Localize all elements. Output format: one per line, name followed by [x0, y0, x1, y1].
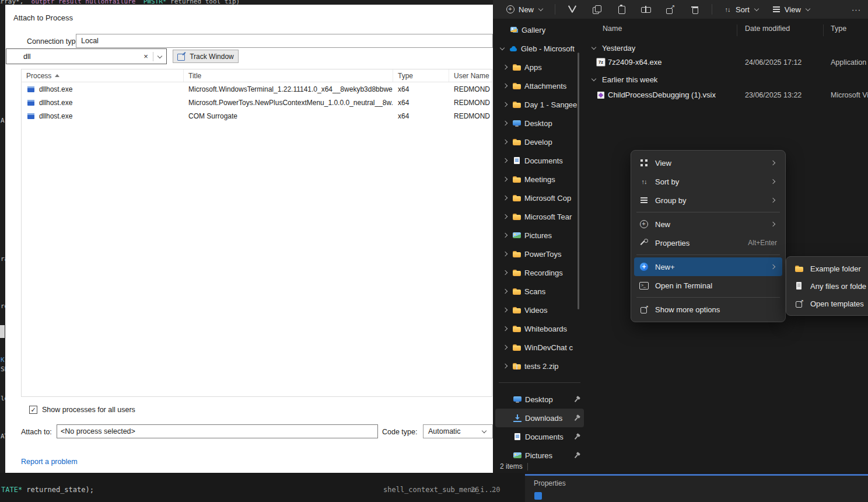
chevron-right-icon[interactable] [502, 325, 509, 332]
track-window-button[interactable]: Track Window [173, 50, 239, 63]
submenu-item-any-files[interactable]: Any files or folde [789, 277, 868, 295]
menu-item-sort-by[interactable]: ↑↓ Sort by [634, 172, 782, 191]
properties-icon [534, 492, 542, 500]
column-header-title[interactable]: Title [184, 69, 393, 82]
pin-icon [573, 432, 582, 441]
file-row[interactable]: ChildProcessDebugging (1).vsix 23/06/202… [586, 88, 868, 103]
chevron-right-icon[interactable] [502, 138, 509, 145]
sidebar-item-documents[interactable]: Documents [495, 151, 584, 170]
process-row[interactable]: dllhost.exe COM Surrogate x64 REDMOND [22, 109, 492, 123]
sidebar-item-apps[interactable]: Apps [495, 58, 584, 76]
sidebar-item-day1[interactable]: Day 1 - Sangee [495, 95, 584, 114]
column-header-name[interactable]: Name [603, 25, 622, 33]
sidebar-item-microsoft-tear[interactable]: Microsoft Tear [495, 207, 584, 226]
folder-icon [512, 175, 522, 184]
chevron-down-icon[interactable] [499, 45, 506, 52]
chevron-right-icon[interactable] [502, 157, 509, 164]
sidebar-item-scans[interactable]: Scans [495, 282, 584, 301]
delete-button[interactable] [682, 2, 707, 17]
column-header-process[interactable]: Process [22, 69, 184, 82]
menu-item-group-by[interactable]: Group by [634, 191, 782, 210]
chevron-right-icon[interactable] [502, 269, 509, 276]
chevron-right-icon[interactable] [502, 194, 509, 201]
submenu-item-example-folder[interactable]: Example folder [789, 260, 868, 277]
process-row[interactable]: dllhost.exe Microsoft.WindowsTerminal_1.… [22, 82, 492, 96]
sidebar-item-windevchat[interactable]: WinDevChat c [495, 338, 584, 357]
chevron-right-icon[interactable] [502, 306, 509, 313]
sidebar-item-desktop-pinned[interactable]: Desktop [495, 390, 584, 409]
sidebar-item-videos[interactable]: Videos [495, 301, 584, 319]
paste-button[interactable] [609, 2, 634, 17]
column-header-type[interactable]: Type [393, 69, 449, 82]
clear-filter-icon[interactable]: × [139, 52, 153, 61]
sidebar-item-pictures-pinned[interactable]: Pictures [495, 446, 584, 460]
group-header-earlier-this-week[interactable]: Earlier this week [590, 72, 657, 86]
chevron-right-icon[interactable] [502, 82, 509, 89]
chevron-down-icon[interactable] [590, 44, 597, 51]
chevron-right-icon[interactable] [502, 120, 509, 127]
sidebar-item-attachments[interactable]: Attachments [495, 76, 584, 95]
rename-button[interactable] [634, 2, 658, 17]
sort-button[interactable]: ↑↓ Sort [717, 2, 766, 17]
new-button[interactable]: + New [500, 2, 550, 17]
file-row[interactable]: 7z 7z2409-x64.exe 24/06/2025 17:12 Appli… [586, 55, 868, 70]
process-filter-input[interactable]: dll × [6, 48, 167, 64]
chevron-right-icon[interactable] [502, 232, 509, 239]
process-window-icon [26, 85, 36, 94]
cut-button[interactable] [560, 2, 584, 17]
sidebar-item-develop[interactable]: Develop [495, 133, 584, 151]
sidebar-scrollbar[interactable] [578, 53, 579, 309]
chevron-right-icon[interactable] [502, 362, 509, 369]
sidebar-item-desktop[interactable]: Desktop [495, 114, 584, 133]
chevron-right-icon[interactable] [502, 250, 509, 257]
process-row[interactable]: dllhost.exe Microsoft.PowerToys.NewPlusC… [22, 96, 492, 109]
menu-item-properties[interactable]: Properties Alt+Enter [634, 233, 782, 252]
submenu-item-open-templates[interactable]: ↗ Open templates [789, 295, 868, 312]
chevron-right-icon[interactable] [502, 64, 509, 71]
sidebar-item-documents-pinned[interactable]: Documents [495, 427, 584, 446]
sidebar-item-tests-zip[interactable]: tests 2.zip [495, 357, 584, 375]
sidebar-item-gallery[interactable]: Gallery [495, 20, 584, 39]
menu-item-new[interactable]: + New [634, 215, 782, 233]
sidebar-item-downloads-pinned[interactable]: Downloads [495, 409, 584, 427]
show-all-users-checkbox[interactable]: ✓ [29, 406, 37, 414]
screen: Array*, _outptr_result_nullonfailure_ PW… [0, 0, 868, 502]
share-button[interactable]: ↗ [658, 2, 682, 17]
menu-item-open-in-terminal[interactable]: >_ Open in Terminal [634, 276, 782, 295]
toolbar-divider [555, 4, 555, 15]
column-header-type[interactable]: Type [831, 25, 846, 33]
chevron-right-icon[interactable] [502, 176, 509, 183]
group-header-yesterday[interactable]: Yesterday [590, 41, 635, 55]
column-header-user[interactable]: User Name [449, 69, 492, 82]
process-window-icon [26, 111, 36, 121]
menu-item-newplus[interactable]: + New+ [634, 257, 782, 276]
sort-button-label: Sort [736, 5, 750, 14]
sidebar-item-recordings[interactable]: Recordings [495, 263, 584, 282]
chevron-right-icon[interactable] [502, 213, 509, 220]
explorer-sidebar: Gallery Gleb - Microsoft Apps Attachment… [493, 19, 586, 460]
view-button[interactable]: View [766, 2, 817, 17]
more-options-button[interactable]: ··· [852, 5, 861, 14]
plus-circle-icon: + [506, 5, 515, 14]
column-header-date[interactable]: Date modified [745, 25, 790, 33]
group-list-icon [639, 196, 649, 205]
menu-item-view[interactable]: View [634, 154, 782, 172]
sidebar-item-meetings[interactable]: Meetings [495, 170, 584, 189]
chevron-right-icon[interactable] [502, 288, 509, 295]
chevron-down-icon[interactable] [590, 76, 597, 83]
filter-dropdown-button[interactable] [153, 53, 166, 60]
sidebar-item-pictures[interactable]: Pictures [495, 226, 584, 245]
menu-item-show-more-options[interactable]: ↗ Show more options [634, 300, 782, 319]
chevron-right-icon[interactable] [502, 344, 509, 351]
copy-button[interactable] [584, 2, 609, 17]
chevron-right-icon[interactable] [502, 101, 509, 108]
code-type-select[interactable]: Automatic [423, 424, 493, 438]
attach-to-field[interactable]: <No process selected> [57, 424, 378, 438]
connection-type-select[interactable]: Local [76, 34, 493, 48]
sidebar-item-whiteboards[interactable]: Whiteboards [495, 319, 584, 338]
report-problem-link[interactable]: Report a problem [21, 458, 78, 466]
sidebar-item-powertoys[interactable]: PowerToys [495, 245, 584, 263]
folder-icon [794, 264, 804, 273]
sidebar-item-microsoft-cop[interactable]: Microsoft Cop [495, 189, 584, 207]
sidebar-item-onedrive[interactable]: Gleb - Microsoft [495, 39, 584, 58]
